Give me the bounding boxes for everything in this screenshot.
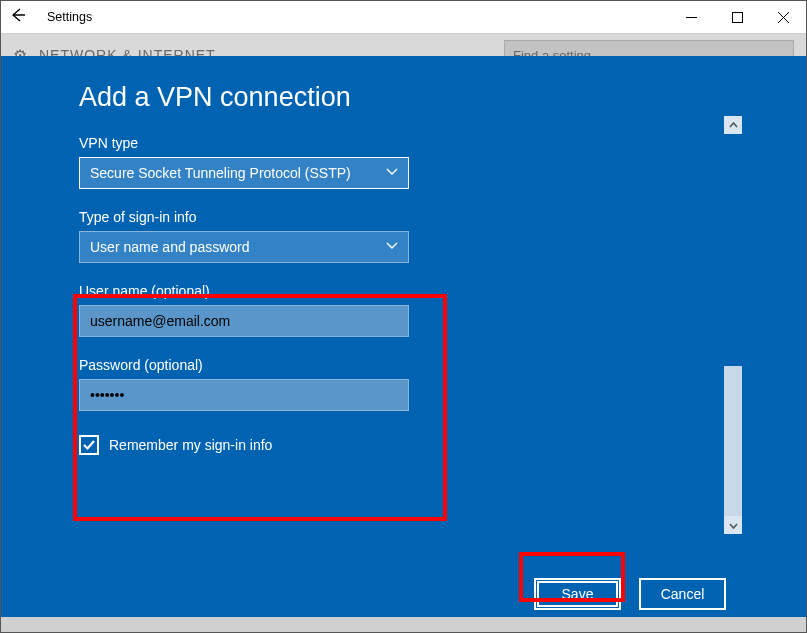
remember-label: Remember my sign-in info — [109, 437, 272, 453]
username-input[interactable] — [79, 305, 409, 337]
scroll-up-arrow[interactable] — [724, 116, 742, 134]
title-bar: Settings — [1, 1, 806, 34]
minimize-button[interactable] — [668, 1, 714, 34]
signin-type-value: User name and password — [90, 239, 250, 255]
signin-type-select[interactable]: User name and password — [79, 231, 409, 263]
footer-bar — [1, 617, 806, 632]
vpn-dialog: Add a VPN connection VPN type Secure Soc… — [1, 56, 806, 632]
remember-checkbox[interactable] — [79, 435, 99, 455]
window-title: Settings — [47, 10, 92, 24]
scroll-track[interactable] — [724, 134, 742, 516]
remember-checkbox-row[interactable]: Remember my sign-in info — [79, 435, 806, 455]
maximize-button[interactable] — [714, 1, 760, 34]
username-label: User name (optional) — [79, 283, 806, 299]
chevron-down-icon — [386, 239, 398, 255]
chevron-down-icon — [386, 165, 398, 181]
dialog-title: Add a VPN connection — [79, 82, 806, 113]
password-input[interactable] — [79, 379, 409, 411]
close-button[interactable] — [760, 1, 806, 34]
cancel-button[interactable]: Cancel — [639, 578, 726, 610]
svg-rect-0 — [732, 12, 742, 22]
password-label: Password (optional) — [79, 357, 806, 373]
check-icon — [82, 438, 96, 452]
vpn-type-value: Secure Socket Tunneling Protocol (SSTP) — [90, 165, 351, 181]
scroll-down-arrow[interactable] — [724, 516, 742, 534]
signin-type-label: Type of sign-in info — [79, 209, 806, 225]
vpn-type-label: VPN type — [79, 135, 806, 151]
scroll-thumb[interactable] — [724, 366, 742, 516]
back-button[interactable] — [1, 7, 35, 27]
scrollbar[interactable] — [724, 116, 742, 534]
vpn-type-select[interactable]: Secure Socket Tunneling Protocol (SSTP) — [79, 157, 409, 189]
save-button[interactable]: Save — [534, 578, 621, 610]
